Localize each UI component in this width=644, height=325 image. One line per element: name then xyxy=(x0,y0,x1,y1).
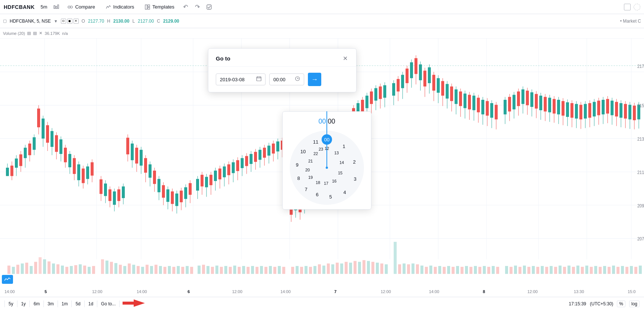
svg-rect-353 xyxy=(202,265,205,274)
ohlc-icon-2[interactable]: ◼ xyxy=(67,19,72,24)
percent-label[interactable]: % xyxy=(617,301,625,307)
svg-rect-403 xyxy=(434,267,437,274)
snapshot-icon[interactable] xyxy=(634,4,640,10)
ohlc-l-label: L xyxy=(132,19,135,24)
svg-text:8: 8 xyxy=(483,289,485,294)
svg-rect-94 xyxy=(153,171,156,184)
goto-dialog-header: Go to ✕ xyxy=(208,49,356,67)
timeframe-label[interactable]: 5m xyxy=(40,4,47,10)
chart-type-icon[interactable] xyxy=(53,4,59,10)
clock-num-9[interactable]: 9 xyxy=(292,160,302,170)
hours-display[interactable]: 00 xyxy=(318,118,326,125)
svg-rect-286 xyxy=(597,101,600,115)
svg-rect-108 xyxy=(184,187,187,199)
volume-icon-2[interactable]: ▤ xyxy=(33,31,37,36)
svg-rect-378 xyxy=(318,264,321,274)
svg-rect-204 xyxy=(410,62,413,78)
svg-rect-236 xyxy=(481,100,484,114)
ohlc-icon-3[interactable]: ✕ xyxy=(74,19,79,24)
symbol-label[interactable]: HDFCBANK xyxy=(4,4,35,10)
svg-rect-367 xyxy=(264,267,267,274)
svg-rect-420 xyxy=(514,266,517,274)
clock-num-10[interactable]: 10 xyxy=(298,146,308,157)
timerange-5d[interactable]: 5d xyxy=(72,301,84,307)
timerange-3m[interactable]: 3m xyxy=(44,301,58,307)
svg-rect-0 xyxy=(54,6,55,9)
clock-num-14[interactable]: 14 xyxy=(336,157,347,168)
svg-rect-385 xyxy=(349,263,352,274)
svg-rect-188 xyxy=(370,92,373,104)
svg-rect-391 xyxy=(376,263,379,274)
undo-icon[interactable]: ↶ xyxy=(182,4,188,10)
time-input[interactable] xyxy=(273,77,292,82)
goto-dialog: Go to ✕ → xyxy=(208,48,357,92)
templates-button[interactable]: Templates xyxy=(142,3,176,11)
svg-rect-202 xyxy=(406,69,409,83)
svg-rect-323 xyxy=(61,266,64,274)
svg-rect-274 xyxy=(570,103,573,118)
goto-close-button[interactable]: ✕ xyxy=(341,55,349,62)
svg-rect-352 xyxy=(198,266,201,274)
redo-icon[interactable]: ↷ xyxy=(194,4,200,10)
timerange-5y[interactable]: 5y xyxy=(4,301,17,307)
timerange-1d[interactable]: 1d xyxy=(85,301,97,307)
volume-icon-1[interactable]: ▤ xyxy=(27,31,31,36)
timerange-6m[interactable]: 6m xyxy=(30,301,44,307)
clock-num-3[interactable]: 3 xyxy=(350,174,360,184)
log-label[interactable]: log xyxy=(629,301,640,307)
svg-rect-340 xyxy=(141,267,144,274)
svg-rect-126 xyxy=(227,164,230,175)
svg-rect-401 xyxy=(425,267,428,274)
symbol-toggle-icon[interactable]: ▢ xyxy=(3,19,7,23)
fullscreen-icon[interactable] xyxy=(624,4,631,10)
svg-rect-48 xyxy=(46,125,49,142)
clock-num-20[interactable]: 20 xyxy=(302,165,313,175)
ohlc-icon-1[interactable]: O xyxy=(61,19,66,24)
svg-rect-336 xyxy=(123,266,126,274)
svg-rect-112 xyxy=(196,179,199,190)
clock-num-2[interactable]: 2 xyxy=(349,157,360,167)
svg-rect-32 xyxy=(10,165,13,176)
clock-num-6[interactable]: 6 xyxy=(312,189,322,200)
clock-num-23[interactable]: 23 xyxy=(316,144,326,154)
clock-icon[interactable] xyxy=(295,76,300,83)
date-input[interactable] xyxy=(220,77,253,82)
dropdown-arrow-icon[interactable]: ▼ xyxy=(54,19,58,23)
svg-rect-440 xyxy=(603,266,606,274)
svg-rect-90 xyxy=(144,158,147,173)
goto-button[interactable]: Go to... xyxy=(97,301,120,307)
timerange-1y[interactable]: 1y xyxy=(17,301,30,307)
clock-num-8[interactable]: 8 xyxy=(293,173,304,183)
clock-num-5[interactable]: 5 xyxy=(325,191,336,202)
svg-text:15:0: 15:0 xyxy=(628,289,635,294)
svg-rect-397 xyxy=(407,264,410,274)
svg-rect-363 xyxy=(247,267,250,274)
clock-num-13[interactable]: 13 xyxy=(331,148,342,158)
indicators-button[interactable]: Indicators xyxy=(103,3,136,11)
svg-rect-302 xyxy=(633,106,636,120)
svg-rect-280 xyxy=(584,104,587,118)
clock-num-4[interactable]: 4 xyxy=(339,187,350,197)
goto-go-button[interactable]: → xyxy=(308,73,321,86)
ohlc-l-val: 2127.00 xyxy=(138,19,154,24)
svg-rect-82 xyxy=(126,138,129,154)
clock-num-7[interactable]: 7 xyxy=(301,184,311,194)
templates-label: Templates xyxy=(152,4,174,10)
timerange-1m[interactable]: 1m xyxy=(58,301,72,307)
blue-indicator-icon[interactable] xyxy=(2,275,13,284)
check-icon[interactable] xyxy=(206,4,212,10)
svg-rect-396 xyxy=(403,263,406,274)
svg-rect-296 xyxy=(619,103,622,118)
minutes-display[interactable]: 00 xyxy=(328,118,335,125)
svg-rect-317 xyxy=(34,262,37,274)
calendar-icon[interactable] xyxy=(256,76,261,83)
svg-rect-212 xyxy=(428,67,431,83)
svg-rect-414 xyxy=(483,266,486,274)
svg-text:2075: 2075 xyxy=(637,236,644,242)
svg-rect-326 xyxy=(74,265,77,274)
clock-face[interactable]: 00 1 2 3 4 5 6 7 8 9 10 11 12 13 14 15 1… xyxy=(290,131,364,205)
svg-rect-200 xyxy=(401,75,404,88)
volume-icon-3[interactable]: ✕ xyxy=(39,31,42,36)
compare-button[interactable]: Compare xyxy=(65,3,97,11)
svg-rect-92 xyxy=(149,164,152,178)
